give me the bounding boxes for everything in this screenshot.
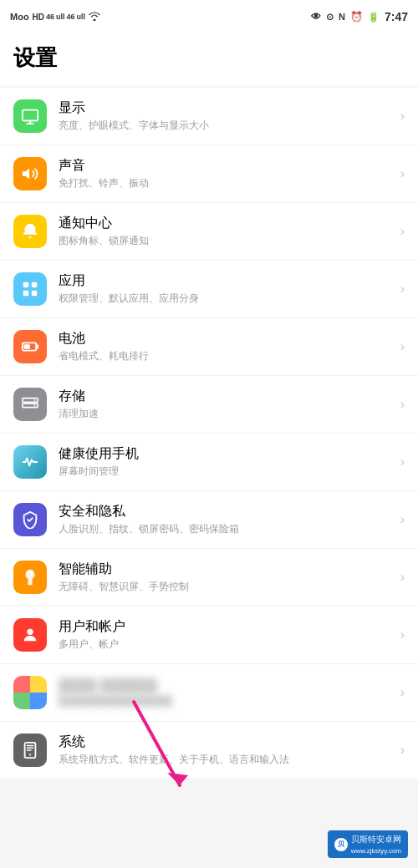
svg-point-11	[27, 629, 33, 635]
svg-rect-3	[23, 291, 28, 296]
chevron-icon: ›	[400, 224, 405, 239]
display-icon	[13, 99, 47, 133]
settings-item-display[interactable]: 显示 亮度、护眼模式、字体与显示大小 ›	[0, 88, 418, 145]
svg-point-9	[34, 399, 36, 401]
settings-item-sound[interactable]: 声音 免打扰、铃声、振动 ›	[0, 145, 418, 203]
status-left: Moo HD 46 ull 46 ull	[10, 11, 100, 23]
chevron-icon: ›	[400, 454, 405, 470]
status-bar: Moo HD 46 ull 46 ull 👁 ⊙ N ⏰ 🔋 7:47	[0, 0, 418, 33]
watermark-text: 贝斯特安卓网www.zjbstyy.com	[351, 834, 401, 855]
assistant-title: 智能辅助	[59, 561, 394, 578]
chevron-icon: ›	[400, 685, 405, 700]
settings-item-battery[interactable]: 电池 省电模式、耗电排行 ›	[0, 318, 418, 376]
chevron-icon: ›	[400, 339, 405, 354]
system-text: 系统 系统导航方式、软件更新、关于手机、语言和输入法	[59, 733, 394, 767]
blurred-text: ████ ██████ ████████████████	[59, 678, 394, 707]
svg-rect-2	[32, 282, 37, 287]
accounts-text: 用户和帐户 多用户、帐户	[59, 618, 394, 652]
health-icon	[13, 445, 47, 479]
settings-item-notification[interactable]: 通知中心 图标角标、锁屏通知 ›	[0, 203, 418, 261]
chevron-icon: ›	[400, 166, 405, 181]
sound-icon	[13, 157, 47, 190]
security-icon	[13, 503, 47, 536]
battery-icon: 🔋	[368, 12, 380, 23]
apps-title: 应用	[59, 272, 394, 290]
svg-rect-4	[32, 291, 37, 296]
chevron-icon: ›	[400, 397, 405, 412]
chevron-icon: ›	[400, 627, 405, 642]
settings-item-system[interactable]: 系统 系统导航方式、软件更新、关于手机、语言和输入法 ›	[0, 722, 418, 779]
settings-item-assistant[interactable]: 智能辅助 无障碍、智慧识屏、手势控制 ›	[0, 549, 418, 607]
accounts-title: 用户和帐户	[59, 618, 394, 636]
blurred-subtitle: ████████████████	[59, 695, 394, 707]
sound-text: 声音 免打扰、铃声、振动	[59, 157, 394, 190]
security-subtitle: 人脸识别、指纹、锁屏密码、密码保险箱	[59, 522, 394, 536]
svg-rect-6	[24, 344, 30, 349]
svg-point-10	[34, 404, 36, 406]
assistant-text: 智能辅助 无障碍、智慧识屏、手势控制	[59, 561, 394, 594]
system-icon	[13, 733, 47, 767]
battery-settings-icon	[13, 330, 47, 363]
display-title: 显示	[59, 99, 394, 117]
health-subtitle: 屏幕时间管理	[59, 464, 394, 479]
notification-title: 通知中心	[59, 215, 394, 232]
wifi-icon	[89, 11, 100, 23]
sound-subtitle: 免打扰、铃声、振动	[59, 176, 394, 190]
settings-item-accounts[interactable]: 用户和帐户 多用户、帐户 ›	[0, 607, 418, 664]
time-display: 7:47	[385, 10, 408, 23]
alarm-icon: ⏰	[350, 11, 363, 23]
apps-text: 应用 权限管理、默认应用、应用分身	[59, 272, 394, 306]
chevron-icon: ›	[400, 282, 405, 297]
svg-rect-1	[23, 282, 28, 287]
assistant-icon	[13, 561, 47, 594]
health-text: 健康使用手机 屏幕时间管理	[59, 445, 394, 479]
apps-icon	[13, 272, 47, 306]
notification-icon	[13, 215, 47, 248]
system-title: 系统	[59, 733, 394, 751]
chevron-icon: ›	[400, 743, 405, 758]
notification-text: 通知中心 图标角标、锁屏通知	[59, 215, 394, 248]
notification-subtitle: 图标角标、锁屏通知	[59, 234, 394, 248]
health-title: 健康使用手机	[59, 445, 394, 463]
sound-title: 声音	[59, 157, 394, 175]
security-text: 安全和隐私 人脸识别、指纹、锁屏密码、密码保险箱	[59, 503, 394, 536]
mosaic-icon	[13, 676, 47, 709]
svg-point-13	[29, 754, 31, 755]
system-subtitle: 系统导航方式、软件更新、关于手机、语言和输入法	[59, 753, 394, 767]
settings-item-storage[interactable]: 存储 清理加速 ›	[0, 376, 418, 434]
storage-title: 存储	[59, 388, 394, 405]
settings-item-security[interactable]: 安全和隐私 人脸识别、指纹、锁屏密码、密码保险箱 ›	[0, 491, 418, 549]
watermark-logo: 贝	[334, 838, 348, 851]
apps-subtitle: 权限管理、默认应用、应用分身	[59, 292, 394, 306]
blurred-title: ████ ██████	[59, 678, 394, 693]
battery-title: 电池	[59, 330, 394, 348]
storage-text: 存储 清理加速	[59, 388, 394, 421]
assistant-subtitle: 无障碍、智慧识屏、手势控制	[59, 580, 394, 594]
settings-item-apps[interactable]: 应用 权限管理、默认应用、应用分身 ›	[0, 261, 418, 318]
chevron-icon: ›	[400, 570, 405, 585]
chevron-icon: ›	[400, 109, 405, 124]
eye-icon: 👁	[311, 11, 321, 23]
status-right: 👁 ⊙ N ⏰ 🔋 7:47	[311, 10, 408, 23]
battery-text: 电池 省电模式、耗电排行	[59, 330, 394, 363]
signal-indicators: HD 46 ull 46 ull	[33, 13, 85, 22]
settings-list: 显示 亮度、护眼模式、字体与显示大小 › 声音 免打扰、铃声、振动 › 通知中心…	[0, 88, 418, 779]
settings-item-blurred[interactable]: ████ ██████ ████████████████ ›	[0, 664, 418, 722]
page-title: 设置	[0, 33, 418, 86]
n-icon: N	[339, 12, 345, 22]
storage-subtitle: 清理加速	[59, 407, 394, 421]
watermark: 贝 贝斯特安卓网www.zjbstyy.com	[328, 830, 408, 858]
display-subtitle: 亮度、护眼模式、字体与显示大小	[59, 119, 394, 133]
accounts-subtitle: 多用户、帐户	[59, 637, 394, 652]
storage-icon	[13, 388, 47, 421]
accounts-icon	[13, 618, 47, 652]
display-text: 显示 亮度、护眼模式、字体与显示大小	[59, 99, 394, 133]
svg-rect-0	[23, 110, 38, 121]
screen-icon: ⊙	[326, 12, 334, 23]
chevron-icon: ›	[400, 512, 405, 527]
settings-item-health[interactable]: 健康使用手机 屏幕时间管理 ›	[0, 434, 418, 491]
security-title: 安全和隐私	[59, 503, 394, 520]
status-text: Moo	[10, 12, 29, 22]
battery-subtitle: 省电模式、耗电排行	[59, 349, 394, 363]
